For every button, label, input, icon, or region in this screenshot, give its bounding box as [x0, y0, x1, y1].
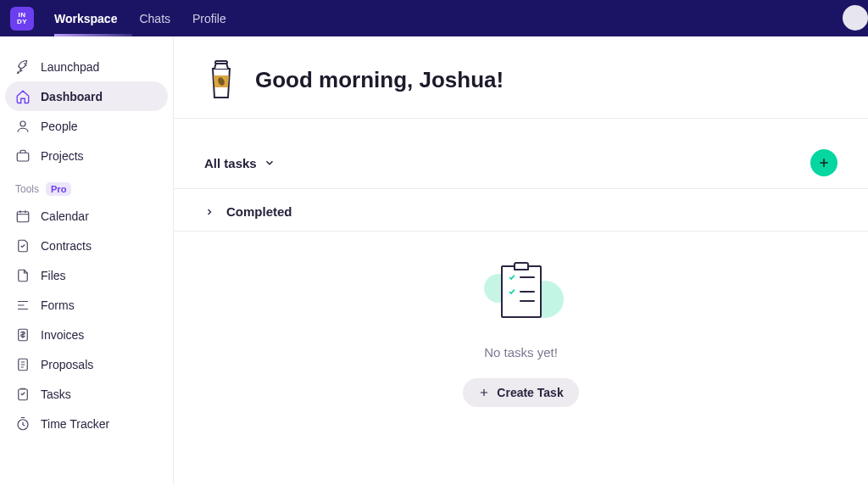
avatar[interactable] [843, 5, 868, 31]
files-icon [15, 268, 31, 283]
nav-profile[interactable]: Profile [192, 2, 226, 36]
svg-point-0 [20, 121, 25, 126]
timer-icon [15, 416, 31, 432]
sidebar-item-label: Contracts [41, 239, 92, 253]
page-title: Good morning, Joshua! [255, 67, 504, 93]
nav-active-underline [54, 34, 132, 36]
empty-state: No tasks yet! Create Task [174, 231, 868, 431]
home-icon [15, 89, 31, 104]
create-task-label: Create Task [497, 386, 563, 399]
sidebar-item-label: People [41, 120, 78, 133]
chevron-right-icon [204, 207, 214, 217]
person-icon [15, 119, 31, 134]
svg-rect-2 [17, 211, 29, 221]
sidebar-item-label: Launchpad [41, 60, 99, 74]
sidebar-item-label: Files [41, 269, 66, 282]
svg-rect-1 [17, 153, 29, 161]
sidebar: Launchpad Dashboard People Projects Tool… [0, 36, 174, 485]
sidebar-item-files[interactable]: Files [5, 260, 168, 290]
create-task-button[interactable]: Create Task [463, 378, 578, 407]
sidebar-item-label: Forms [41, 298, 75, 312]
svg-rect-8 [215, 61, 227, 64]
sidebar-item-calendar[interactable]: Calendar [5, 201, 168, 231]
sidebar-item-label: Proposals [41, 358, 93, 371]
sidebar-item-proposals[interactable]: Proposals [5, 349, 168, 379]
filter-label: All tasks [204, 156, 257, 170]
tools-header-text: Tools [15, 183, 39, 195]
contract-icon [15, 238, 31, 254]
sidebar-item-contracts[interactable]: Contracts [5, 231, 168, 260]
sidebar-item-people[interactable]: People [5, 111, 168, 141]
sidebar-tools-header: Tools Pro [5, 170, 168, 201]
nav-chats[interactable]: Chats [139, 2, 170, 36]
sidebar-item-time-tracker[interactable]: Time Tracker [5, 409, 168, 438]
coffee-icon [204, 59, 240, 101]
forms-icon [15, 298, 31, 313]
brand-line2: DY [17, 19, 27, 25]
rocket-icon [15, 59, 31, 75]
pro-badge: Pro [46, 182, 71, 196]
sidebar-item-label: Calendar [41, 209, 89, 223]
section-completed[interactable]: Completed [174, 189, 868, 231]
top-nav: IN DY Workspace Chats Profile [0, 0, 868, 36]
nav-workspace[interactable]: Workspace [54, 2, 117, 36]
empty-text: No tasks yet! [484, 345, 558, 360]
sidebar-item-label: Tasks [41, 387, 71, 401]
greeting-row: Good morning, Joshua! [174, 59, 868, 119]
plus-icon [478, 387, 490, 399]
sidebar-item-label: Invoices [41, 328, 84, 342]
brand-logo[interactable]: IN DY [10, 7, 34, 31]
sidebar-item-launchpad[interactable]: Launchpad [5, 52, 168, 81]
tasks-icon [15, 387, 31, 402]
sidebar-item-label: Projects [41, 149, 84, 163]
tasks-filter-bar: All tasks [174, 134, 868, 189]
tasks-filter[interactable]: All tasks [204, 156, 275, 170]
sidebar-item-tasks[interactable]: Tasks [5, 379, 168, 409]
sidebar-item-invoices[interactable]: Invoices [5, 320, 168, 349]
briefcase-icon [15, 148, 31, 164]
empty-illustration [481, 262, 562, 330]
add-task-fab[interactable] [810, 149, 837, 176]
proposal-icon [15, 357, 31, 372]
sidebar-item-label: Dashboard [41, 90, 103, 103]
invoice-icon [15, 327, 31, 343]
sidebar-item-dashboard[interactable]: Dashboard [5, 81, 168, 111]
sidebar-item-projects[interactable]: Projects [5, 141, 168, 170]
main-content: Good morning, Joshua! All tasks Complete… [174, 36, 868, 485]
sidebar-item-forms[interactable]: Forms [5, 290, 168, 320]
sidebar-item-label: Time Tracker [41, 417, 109, 431]
chevron-down-icon [264, 157, 275, 169]
calendar-icon [15, 209, 31, 224]
section-label: Completed [226, 204, 292, 219]
